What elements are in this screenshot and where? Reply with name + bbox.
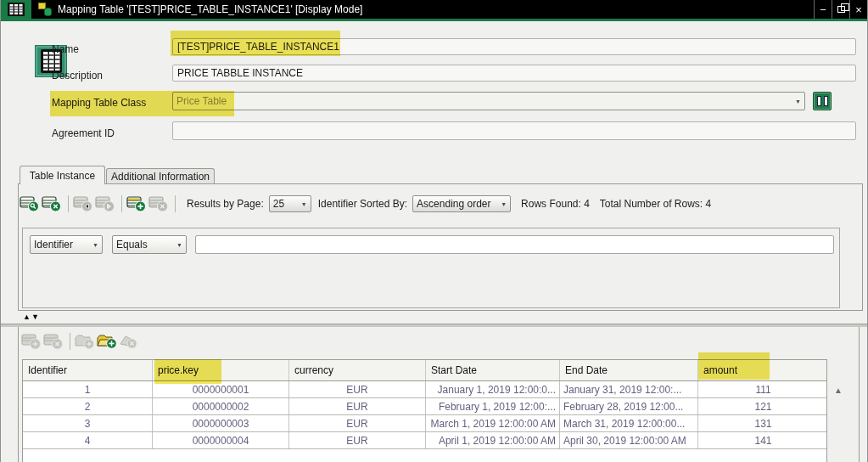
filter-operator-select[interactable]: Equals ▼	[112, 235, 187, 254]
restore-button[interactable]	[832, 0, 849, 19]
cancel-import-icon	[119, 333, 139, 350]
agreement-id-field[interactable]	[172, 121, 856, 140]
splitter-down-icon: ▼	[31, 313, 40, 321]
column-header-identifier[interactable]: Identifier	[23, 360, 153, 380]
results-per-page-select[interactable]: 25 ▼	[269, 195, 311, 212]
table-row[interactable]: 1 0000000001 EUR January 1, 2019 12:00:0…	[23, 381, 826, 398]
scroll-up-icon: ▲	[834, 386, 843, 395]
add-folder-icon	[75, 333, 95, 350]
sort-order-select[interactable]: Ascending order ▼	[412, 195, 511, 212]
name-field[interactable]: [TEST]PRICE_TABLE_INSTANCE1	[172, 38, 856, 55]
mapping-table-class-value: Price Table	[176, 95, 792, 107]
delete-row-icon	[148, 195, 169, 212]
minimize-button[interactable]: −	[814, 0, 832, 19]
column-header-currency[interactable]: currency	[289, 360, 426, 380]
name-label: Name	[52, 43, 79, 55]
table-body: 1 0000000001 EUR January 1, 2019 12:00:0…	[22, 381, 827, 462]
scroll-up-button[interactable]: ▲	[834, 386, 843, 395]
table-header-row: Identifier price.key currency Start Date…	[22, 359, 827, 381]
previous-page-icon	[73, 195, 93, 212]
name-value: [TEST]PRICE_TABLE_INSTANCE1	[177, 41, 339, 53]
mapping-table-class-select[interactable]: Price Table ▼	[172, 92, 805, 110]
tab-additional-information[interactable]: Additional Information	[106, 168, 215, 184]
rows-found-status: Rows Found: 4	[521, 198, 590, 210]
description-label: Description	[52, 70, 103, 82]
chevron-down-icon: ▼	[176, 242, 182, 248]
column-header-amount[interactable]: amount	[698, 360, 828, 380]
restore-icon	[837, 6, 845, 13]
column-header-start-date[interactable]: Start Date	[426, 360, 560, 380]
remove-row-icon	[43, 333, 64, 350]
sorted-by-label: Identifier Sorted By:	[318, 198, 407, 210]
results-toolbar: Results by Page: 25 ▼ Identifier Sorted …	[20, 194, 711, 213]
add-row-button[interactable]	[126, 195, 147, 213]
chevron-down-icon: ▼	[795, 99, 801, 104]
import-rows-button[interactable]	[97, 333, 117, 351]
window-controls: − ×	[814, 0, 867, 19]
rows-toolbar	[21, 332, 141, 351]
toolbar-separator	[70, 333, 70, 350]
description-field[interactable]: PRICE TABBLE INSTANCE	[172, 65, 856, 82]
table-columns-icon	[817, 96, 821, 106]
minimize-icon: −	[820, 3, 826, 16]
delete-row-button	[148, 195, 169, 213]
table-row[interactable]: 3 0000000003 EUR March 1, 2019 12:00:00 …	[23, 415, 826, 432]
striped-table-icon	[7, 2, 25, 17]
chevron-down-icon: ▼	[301, 201, 307, 207]
mapping-table-class-label: Mapping Table Class	[52, 97, 146, 109]
previous-page-button	[73, 195, 93, 213]
add-folder-button	[75, 333, 95, 351]
search-rows-icon	[20, 195, 40, 212]
close-icon: ×	[855, 3, 862, 16]
insert-row-icon	[21, 333, 42, 350]
clear-search-button[interactable]	[42, 195, 62, 213]
titlebar-accent-line	[1, 19, 867, 21]
search-rows-button[interactable]	[20, 195, 40, 213]
import-rows-icon	[97, 333, 117, 350]
toolbar-separator	[68, 195, 69, 212]
next-page-button	[95, 195, 115, 213]
filter-field-select[interactable]: Identifier ▼	[30, 235, 103, 254]
titlebar: Mapping Table '[TEST]PRICE_TABLE_INSTANC…	[1, 0, 867, 19]
window-title: Mapping Table '[TEST]PRICE_TABLE_INSTANC…	[58, 3, 814, 15]
toolbar-separator	[175, 195, 176, 212]
filter-value-input[interactable]	[195, 235, 834, 254]
view-table-class-button[interactable]	[813, 92, 832, 110]
clear-search-icon	[42, 195, 62, 212]
insert-row-button	[21, 333, 42, 351]
panel-splitter[interactable]: ▲▼	[23, 313, 40, 321]
window-badge-icon	[38, 3, 52, 16]
agreement-id-label: Agreement ID	[52, 127, 115, 139]
remove-row-button	[43, 333, 64, 351]
chevron-down-icon: ▼	[501, 201, 507, 207]
toolbar-separator	[121, 195, 122, 212]
next-page-icon	[95, 195, 115, 212]
table-row[interactable]: 4 0000000004 EUR April 1, 2019 12:00:00 …	[23, 432, 826, 449]
database-icon	[44, 8, 52, 16]
splitter-up-icon: ▲	[23, 313, 31, 321]
total-rows-status: Total Number of Rows: 4	[600, 198, 711, 210]
tab-table-instance[interactable]: Table Instance	[20, 166, 105, 184]
mapping-rows-table: Identifier price.key currency Start Date…	[22, 359, 827, 462]
mapping-table-window: Mapping Table '[TEST]PRICE_TABLE_INSTANC…	[0, 0, 868, 462]
table-row[interactable]: 2 0000000002 EUR February 1, 2019 12:00:…	[23, 398, 826, 415]
add-row-icon	[126, 195, 147, 212]
chevron-down-icon: ▼	[92, 242, 98, 248]
cancel-import-button	[119, 333, 139, 351]
column-header-price-key[interactable]: price.key	[153, 360, 289, 380]
description-value: PRICE TABBLE INSTANCE	[177, 67, 303, 79]
close-button[interactable]: ×	[849, 0, 867, 19]
results-by-page-label: Results by Page:	[187, 198, 264, 210]
column-header-end-date[interactable]: End Date	[560, 360, 698, 380]
filter-box: Identifier ▼ Equals ▼	[22, 228, 840, 308]
app-logo-icon	[1, 0, 31, 19]
